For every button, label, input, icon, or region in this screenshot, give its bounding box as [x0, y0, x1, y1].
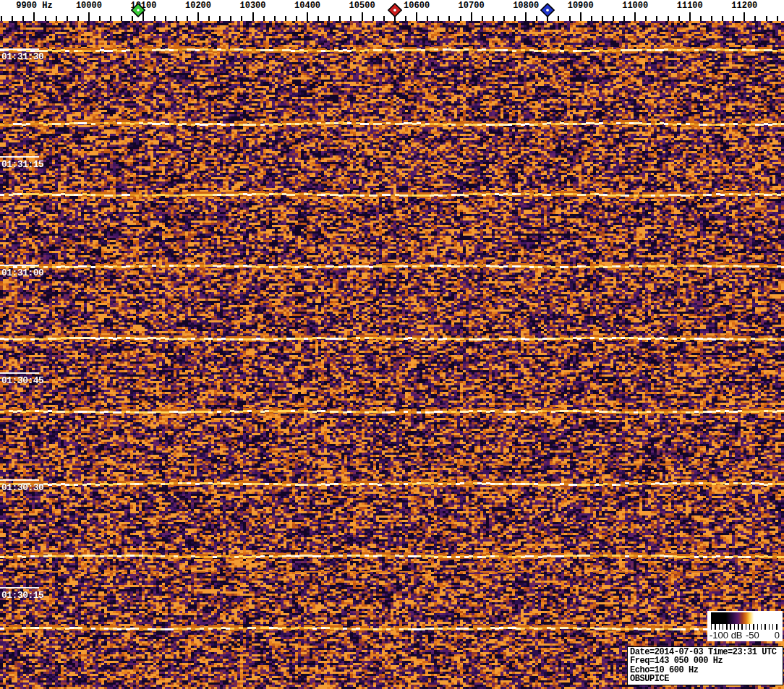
freq-minor-tick [591, 16, 592, 21]
freq-major-tick [88, 12, 90, 21]
freq-minor-tick [274, 16, 276, 21]
freq-minor-tick [700, 16, 702, 21]
freq-minor-tick [99, 16, 101, 21]
freq-axis-label: 10600 [404, 1, 430, 11]
amplitude-colorbar[interactable]: -100 dB -50 0 [707, 611, 783, 641]
freq-axis-label: 11100 [677, 1, 703, 11]
frequency-axis[interactable]: 9900 Hz100001010010200103001040010500106… [0, 0, 784, 21]
freq-major-tick [362, 12, 363, 21]
freq-marker-blue-diamond-icon[interactable] [540, 3, 555, 17]
freq-minor-tick [241, 16, 242, 21]
freq-minor-tick [678, 16, 680, 21]
freq-major-tick [689, 12, 691, 21]
colorbar-ticks [711, 624, 780, 630]
freq-minor-tick [645, 16, 647, 21]
freq-major-tick [471, 12, 472, 21]
freq-major-tick [580, 12, 581, 21]
freq-minor-tick [350, 16, 351, 21]
freq-major-tick [33, 12, 35, 21]
freq-minor-tick [536, 16, 537, 21]
freq-minor-tick [372, 16, 374, 21]
freq-major-tick [743, 12, 745, 21]
freq-minor-tick [754, 16, 756, 21]
freq-minor-tick [656, 16, 657, 21]
freq-minor-tick [711, 16, 712, 21]
freq-minor-tick [514, 16, 516, 21]
freq-minor-tick [67, 16, 68, 21]
freq-major-tick [634, 12, 636, 21]
freq-minor-tick [328, 16, 330, 21]
freq-axis-label: 10700 [459, 1, 485, 11]
freq-minor-tick [296, 16, 297, 21]
freq-axis-label: 10500 [349, 1, 375, 11]
freq-axis-label: 10800 [513, 1, 539, 11]
spectrogram-window: 9900 Hz100001010010200103001040010500106… [0, 0, 784, 689]
freq-minor-tick [285, 16, 286, 21]
freq-axis-label: 10300 [240, 1, 266, 11]
freq-axis-label: 11000 [622, 1, 648, 11]
colorbar-label-max: 0 [775, 630, 780, 641]
colorbar-label-mid: -50 [746, 630, 759, 641]
freq-axis-label: 9900 Hz [16, 1, 52, 11]
freq-axis-label: 10400 [294, 1, 320, 11]
freq-minor-tick [56, 16, 57, 21]
freq-minor-tick [438, 16, 439, 21]
freq-marker-green-diamond-icon[interactable] [131, 3, 145, 17]
freq-minor-tick [383, 16, 385, 21]
freq-minor-tick [493, 16, 494, 21]
freq-minor-tick [405, 16, 406, 21]
freq-marker-red-diamond-icon[interactable] [388, 3, 402, 17]
colorbar-gradient [711, 612, 779, 624]
freq-minor-tick [602, 16, 603, 21]
station-info-box: Date=2014-07-03 Time=23:31 UTC Freq=143 … [627, 646, 783, 685]
info-frequency: Freq=143 050 000 Hz [630, 656, 783, 665]
freq-minor-tick [482, 16, 483, 21]
freq-minor-tick [45, 16, 46, 21]
freq-minor-tick [219, 16, 221, 21]
freq-major-tick [252, 12, 254, 21]
freq-major-tick [197, 12, 199, 21]
freq-minor-tick [613, 16, 614, 21]
freq-minor-tick [22, 16, 24, 21]
freq-minor-tick [121, 16, 122, 21]
freq-minor-tick [623, 16, 625, 21]
freq-axis-label: 10000 [76, 1, 102, 11]
freq-minor-tick [318, 16, 319, 21]
freq-minor-tick [110, 16, 111, 21]
freq-minor-tick [12, 16, 13, 21]
freq-minor-tick [263, 16, 265, 21]
freq-major-tick [307, 12, 308, 21]
freq-axis-label: 10900 [568, 1, 594, 11]
freq-minor-tick [154, 16, 155, 21]
freq-minor-tick [569, 16, 571, 21]
freq-major-tick [416, 12, 417, 21]
waterfall-spectrogram[interactable] [0, 21, 784, 689]
freq-minor-tick [339, 16, 341, 21]
freq-minor-tick [733, 16, 734, 21]
freq-minor-tick [448, 16, 450, 21]
freq-minor-tick [722, 16, 723, 21]
freq-minor-tick [187, 16, 188, 21]
freq-minor-tick [1, 16, 2, 21]
freq-minor-tick [460, 16, 461, 21]
freq-minor-tick [558, 16, 559, 21]
freq-minor-tick [176, 16, 177, 21]
freq-axis-label: 10200 [185, 1, 211, 11]
freq-minor-tick [777, 16, 778, 21]
freq-minor-tick [165, 16, 166, 21]
freq-minor-tick [230, 16, 231, 21]
freq-minor-tick [766, 16, 767, 21]
freq-axis-label: 11200 [731, 1, 757, 11]
colorbar-label-min: -100 dB [710, 630, 743, 641]
info-station: OBSUPICE [630, 675, 783, 683]
freq-major-tick [525, 12, 527, 21]
freq-minor-tick [208, 16, 210, 21]
freq-minor-tick [427, 16, 428, 21]
freq-minor-tick [503, 16, 505, 21]
freq-minor-tick [77, 16, 79, 21]
freq-minor-tick [668, 16, 669, 21]
